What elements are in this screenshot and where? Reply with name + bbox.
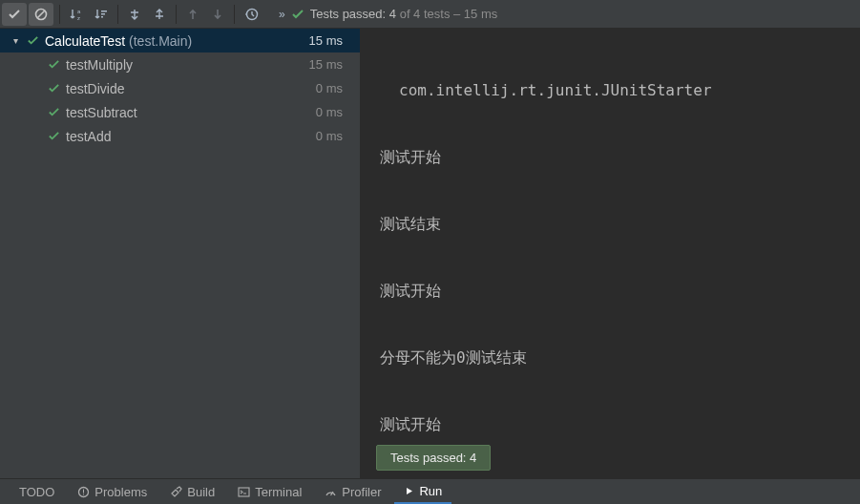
status-tooltip: Tests passed: 4 <box>376 445 491 471</box>
show-passed-toggle[interactable] <box>2 3 27 26</box>
collapse-all-button[interactable] <box>147 3 172 26</box>
test-method-name: testSubtract <box>66 105 137 120</box>
test-class-node[interactable]: ▾ CalculateTest (test.Main) 15 ms <box>0 29 360 52</box>
duration-label: 15 ms <box>309 33 343 48</box>
console-line: 测试结束 <box>380 207 860 241</box>
terminal-icon <box>238 486 250 498</box>
duration-label: 15 ms <box>309 57 343 72</box>
check-icon <box>291 8 304 21</box>
check-icon <box>48 106 60 118</box>
test-method-name: testMultiply <box>66 57 133 73</box>
test-method-node[interactable]: testDivide 0 ms <box>0 76 360 100</box>
test-toolbar: az » Tests passed: 4 of 4 tests – 15 ms <box>0 0 860 29</box>
problems-label: Problems <box>94 485 147 499</box>
hammer-icon <box>170 486 182 498</box>
next-failed-button[interactable] <box>205 3 230 26</box>
expand-all-button[interactable] <box>122 3 147 26</box>
console-line: 测试开始 <box>380 274 860 307</box>
test-status-summary: Tests passed: 4 of 4 tests – 15 ms <box>291 7 498 21</box>
sort-duration-button[interactable] <box>89 3 114 26</box>
test-class-name: CalculateTest <box>45 33 125 49</box>
todo-label: TODO <box>19 485 54 499</box>
profiler-tab[interactable]: Profiler <box>315 479 390 504</box>
console-line: com.intellij.rt.junit.JUnitStarter <box>380 74 860 107</box>
chevrons-icon: » <box>279 8 285 21</box>
console-output[interactable]: com.intellij.rt.junit.JUnitStarter 测试开始 … <box>361 29 860 478</box>
check-icon <box>48 58 60 71</box>
test-history-button[interactable] <box>239 3 263 26</box>
svg-rect-10 <box>83 494 84 494</box>
profiler-label: Profiler <box>342 485 381 499</box>
svg-text:z: z <box>77 15 80 21</box>
separator <box>234 5 235 24</box>
test-tree[interactable]: ▾ CalculateTest (test.Main) 15 ms testMu… <box>0 29 361 478</box>
test-method-node[interactable]: testSubtract 0 ms <box>0 100 360 124</box>
console-line: 测试开始 <box>380 408 860 441</box>
prev-failed-button[interactable] <box>180 3 205 26</box>
build-tab[interactable]: Build <box>160 479 224 504</box>
separator <box>59 5 60 24</box>
sort-alpha-button[interactable]: az <box>64 3 89 26</box>
svg-rect-9 <box>83 489 84 493</box>
console-line: 测试结束 <box>380 474 860 478</box>
svg-rect-4 <box>101 10 107 12</box>
problems-icon <box>77 486 90 498</box>
duration-label: 0 ms <box>316 105 343 119</box>
show-ignored-toggle[interactable] <box>29 3 53 26</box>
svg-text:a: a <box>77 9 81 14</box>
problems-tab[interactable]: Problems <box>68 479 157 504</box>
run-label: Run <box>419 484 442 498</box>
tests-passed-count: 4 <box>389 7 396 21</box>
profiler-icon <box>325 486 337 498</box>
chevron-down-icon[interactable]: ▾ <box>13 35 27 46</box>
svg-rect-5 <box>101 13 105 15</box>
main-split: ▾ CalculateTest (test.Main) 15 ms testMu… <box>0 29 860 478</box>
check-icon <box>48 130 60 142</box>
test-method-name: testAdd <box>66 129 111 144</box>
test-method-name: testDivide <box>66 81 124 96</box>
check-icon <box>27 34 39 47</box>
svg-rect-6 <box>101 16 103 18</box>
svg-line-1 <box>38 10 45 17</box>
svg-rect-11 <box>239 488 249 496</box>
play-icon <box>404 486 414 496</box>
terminal-tab[interactable]: Terminal <box>228 479 311 504</box>
build-label: Build <box>187 485 215 499</box>
test-method-node[interactable]: testAdd 0 ms <box>0 124 360 148</box>
tests-passed-label: Tests passed: <box>310 7 387 21</box>
duration-label: 0 ms <box>316 129 343 143</box>
test-method-node[interactable]: testMultiply 15 ms <box>0 52 360 76</box>
console-line: 分母不能为0测试结束 <box>380 341 860 374</box>
console-line: 测试开始 <box>380 140 860 174</box>
separator <box>117 5 118 24</box>
tool-window-bar: TODO Problems Build Terminal Profiler Ru… <box>0 478 860 504</box>
terminal-label: Terminal <box>255 485 302 499</box>
test-class-qualifier: (test.Main) <box>129 33 192 49</box>
tests-total: of 4 tests – 15 ms <box>396 7 497 21</box>
check-icon <box>48 82 60 94</box>
run-tab[interactable]: Run <box>394 479 451 504</box>
separator <box>176 5 177 24</box>
todo-tab[interactable]: TODO <box>10 479 64 504</box>
duration-label: 0 ms <box>316 81 343 95</box>
